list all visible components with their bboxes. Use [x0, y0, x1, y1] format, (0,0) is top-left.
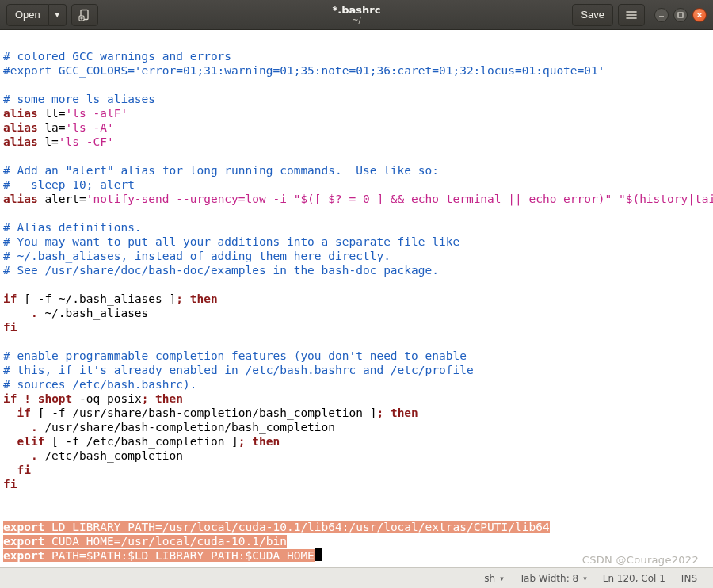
code-comment: # ~/.bash_aliases, instead of adding the…	[3, 250, 391, 262]
code-keyword: ; then	[176, 292, 217, 305]
tab-width-label: Tab Width: 8	[520, 573, 578, 584]
code-indent	[3, 421, 31, 433]
maximize-icon	[677, 11, 684, 19]
code-text: [ -f /usr/share/bash-completion/bash_com…	[31, 407, 377, 419]
code-comment: # sleep 10; alert	[3, 178, 135, 191]
new-tab-button[interactable]	[71, 4, 98, 26]
code-keyword: alias	[3, 107, 38, 120]
code-keyword: export	[3, 521, 44, 533]
text-editor-area[interactable]: # colored GCC warnings and errors #expor…	[0, 30, 713, 567]
insert-mode-label: INS	[681, 573, 697, 584]
code-keyword: .	[31, 421, 38, 433]
close-icon	[696, 11, 703, 19]
code-comment: # See /usr/share/doc/bash-doc/examples i…	[3, 264, 439, 277]
language-mode-selector[interactable]: sh	[476, 573, 511, 584]
code-indent	[3, 307, 31, 319]
code-text: /etc/bash_completion	[38, 449, 183, 462]
code-comment: # some more ls aliases	[3, 93, 155, 105]
code-comment: # You may want to put all your additions…	[3, 235, 459, 248]
code-keyword: if	[3, 292, 17, 305]
code-keyword: export	[3, 535, 44, 548]
code-text: -f ~/.bash_aliases ]	[38, 292, 177, 305]
code-indent	[3, 407, 17, 419]
code-text: PATH=$PATH:$LD_LIBRARY_PATH:$CUDA_HOME	[44, 549, 314, 562]
code-keyword: ; then	[142, 392, 183, 405]
selected-line: export CUDA_HOME=/usr/local/cuda-10.1/bi…	[3, 535, 287, 548]
code-text: la=	[38, 121, 66, 134]
save-button[interactable]: Save	[572, 4, 613, 26]
code-text: CUDA_HOME=/usr/local/cuda-10.1/bin	[44, 535, 287, 548]
code-keyword: fi	[17, 464, 30, 476]
code-indent	[3, 464, 17, 476]
save-button-label: Save	[581, 9, 604, 21]
svg-rect-2	[678, 13, 683, 17]
code-keyword: elif	[17, 435, 44, 448]
cursor-position-label: Ln 120, Col 1	[603, 573, 665, 584]
cursor-position[interactable]: Ln 120, Col 1	[595, 573, 673, 584]
text-cursor	[315, 548, 322, 561]
code-keyword: !	[17, 392, 37, 405]
code-string: 'notify-send --urgency=low -i "$([ $? = …	[86, 193, 713, 205]
code-keyword: alias	[3, 121, 38, 134]
selected-line: export PATH=$PATH:$LD_LIBRARY_PATH:$CUDA…	[3, 549, 315, 562]
insert-mode-indicator[interactable]: INS	[673, 573, 705, 584]
window-title: *.bashrc ~/	[333, 5, 381, 25]
code-text: LD_LIBRARY_PATH=/usr/local/cuda-10.1/lib…	[44, 521, 549, 533]
code-comment: # enable programmable completion feature…	[3, 349, 467, 362]
code-text: [	[17, 292, 37, 305]
code-text: [ -f /etc/bash_completion ]	[44, 435, 238, 448]
code-indent	[3, 435, 17, 448]
code-text: -oq posix	[72, 392, 141, 405]
minimize-button[interactable]	[654, 8, 669, 22]
window-controls	[654, 8, 707, 22]
code-keyword: if	[17, 407, 30, 419]
code-text: l=	[38, 136, 59, 148]
code-text: ll=	[38, 107, 66, 120]
code-keyword: shopt	[38, 392, 73, 405]
titlebar: Open ▼ *.bashrc ~/ Save	[0, 0, 713, 30]
code-keyword: alias	[3, 136, 38, 148]
code-text: ~/.bash_aliases	[38, 307, 149, 319]
code-keyword: .	[31, 449, 38, 462]
open-button[interactable]: Open	[6, 4, 49, 26]
open-button-label: Open	[15, 9, 40, 21]
code-comment: # sources /etc/bash.bashrc).	[3, 378, 196, 391]
code-keyword: fi	[3, 478, 17, 491]
code-comment: #export GCC_COLORS='error=01;31:warning=…	[3, 64, 605, 77]
tab-width-selector[interactable]: Tab Width: 8	[512, 573, 595, 584]
code-keyword: export	[3, 549, 44, 562]
code-comment: # Alias definitions.	[3, 221, 142, 234]
code-comment: # this, if it's already enabled in /etc/…	[3, 364, 474, 376]
code-text: alert=	[38, 193, 86, 205]
language-mode-label: sh	[484, 573, 495, 584]
code-keyword: if	[3, 392, 17, 405]
statusbar: sh Tab Width: 8 Ln 120, Col 1 INS	[0, 567, 713, 588]
code-string: 'ls -alF'	[66, 107, 128, 120]
code-string: 'ls -CF'	[59, 136, 114, 148]
hamburger-icon	[625, 9, 638, 21]
code-keyword: alias	[3, 193, 38, 205]
minimize-icon	[658, 11, 665, 19]
maximize-button[interactable]	[673, 8, 688, 22]
selected-line: export LD_LIBRARY_PATH=/usr/local/cuda-1…	[3, 521, 550, 533]
code-string: 'ls -A'	[66, 121, 114, 134]
code-keyword: ; then	[376, 407, 418, 419]
window-title-filename: *.bashrc	[333, 5, 381, 16]
chevron-down-icon: ▼	[54, 11, 61, 19]
code-keyword: .	[31, 307, 38, 319]
code-comment: # Add an "alert" alias for long running …	[3, 164, 439, 177]
new-document-icon	[78, 9, 91, 21]
code-keyword: fi	[3, 321, 17, 334]
code-keyword: ; then	[238, 435, 280, 448]
window-title-path: ~/	[333, 16, 381, 25]
code-text: /usr/share/bash-completion/bash_completi…	[38, 421, 335, 433]
hamburger-menu-button[interactable]	[618, 4, 645, 26]
code-indent	[3, 449, 31, 462]
code-comment: # colored GCC warnings and errors	[3, 50, 231, 63]
open-recent-dropdown[interactable]: ▼	[49, 4, 67, 26]
open-button-group: Open ▼	[6, 4, 67, 26]
close-button[interactable]	[692, 8, 707, 22]
